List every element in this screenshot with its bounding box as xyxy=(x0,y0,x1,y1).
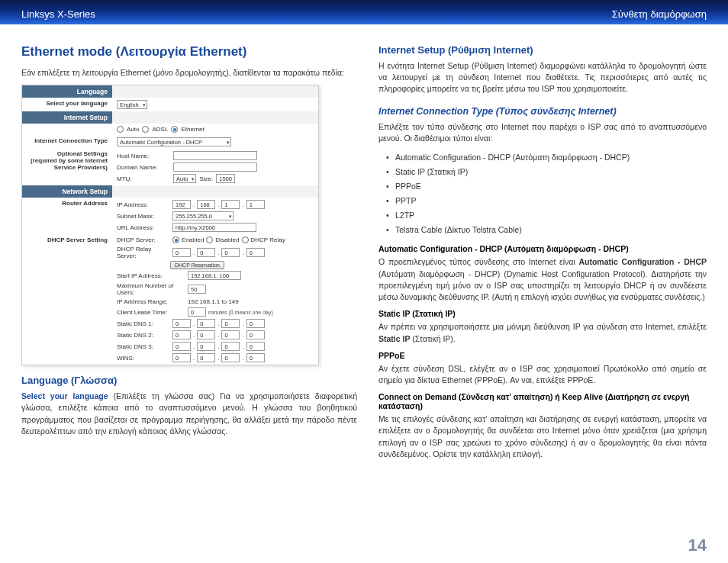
ict-intro: Επιλέξτε τον τύπο σύνδεσης στο Internet … xyxy=(378,121,707,144)
router-address-label: Router Address xyxy=(22,198,112,234)
wins-3[interactable]: 0 xyxy=(221,353,240,362)
lease-time-note: minutes (0 means one day) xyxy=(208,310,273,315)
ip-range-value: 192.168.1.1 to 149 xyxy=(188,298,239,305)
dns2-4[interactable]: 0 xyxy=(246,330,265,339)
connection-types-list: Automatic Configuration - DHCP (Αυτόματη… xyxy=(378,150,707,236)
type-item: PPTP xyxy=(395,194,707,208)
dns3-1[interactable]: 0 xyxy=(172,342,191,351)
ict-heading: Internet Connection Type (Τύπος σύνδεσης… xyxy=(378,106,707,117)
start-ip-input[interactable]: 192.168.1. 100 xyxy=(188,271,241,280)
static-ip-subheading: Static IP (Στατική IP) xyxy=(378,309,707,318)
dhcp-disabled-radio[interactable] xyxy=(206,236,213,243)
ict-select[interactable]: Automatic Configuration - DHCP xyxy=(117,137,231,146)
mode-adsl-label: ADSL xyxy=(152,126,168,133)
ethernet-mode-heading: Ethernet mode (Λειτουργία Ethernet) xyxy=(21,44,357,60)
wins-4[interactable]: 0 xyxy=(246,353,265,362)
language-lead: Select your language xyxy=(21,391,108,401)
ip-octet-3[interactable]: 1 xyxy=(221,200,240,209)
ip-range-label: IP Address Range: xyxy=(117,298,185,305)
dhcp-text-a: Ο προεπιλεγμένος τύπος σύνδεσης στο Inte… xyxy=(378,257,578,266)
start-ip-label: Start IP Address: xyxy=(117,272,185,279)
dns1-3[interactable]: 0 xyxy=(221,319,240,328)
type-item: Static IP (Στατική IP) xyxy=(395,165,707,179)
dns3-2[interactable]: 0 xyxy=(197,342,215,351)
relay-octet-4[interactable]: 0 xyxy=(246,248,265,257)
wins-1[interactable]: 0 xyxy=(172,353,191,362)
language-heading: Language (Γλώσσα) xyxy=(21,375,357,386)
subnet-mask-label: Subnet Mask: xyxy=(117,213,170,220)
ip-octet-1[interactable]: 192 xyxy=(172,200,191,209)
dns2-3[interactable]: 0 xyxy=(221,330,240,339)
dns1-2[interactable]: 0 xyxy=(197,319,215,328)
ethernet-mode-intro: Εάν επιλέξετε τη λειτουργία Ethernet (μό… xyxy=(21,67,357,79)
wins-label: WINS: xyxy=(117,355,170,362)
ip-octet-2[interactable]: 168 xyxy=(197,200,215,209)
relay-octet-2[interactable]: 0 xyxy=(197,248,215,257)
dhcp-enabled-label: Enabled xyxy=(182,236,204,243)
type-item: Telstra Cable (Δίκτυο Telstra Cable) xyxy=(395,223,707,237)
type-item: Automatic Configuration - DHCP (Αυτόματη… xyxy=(395,150,707,165)
mode-ethernet-radio[interactable] xyxy=(171,126,178,133)
dhcp-subheading: Automatic Configuration - DHCP (Αυτόματη… xyxy=(378,244,707,253)
subnet-mask-select[interactable]: 255.255.255.0 xyxy=(172,211,234,220)
dns3-label: Static DNS 3: xyxy=(117,343,170,350)
connect-on-demand-paragraph: Με τις επιλογές σύνδεσης κατ' απαίτηση κ… xyxy=(378,413,707,460)
dhcp-enabled-radio[interactable] xyxy=(172,236,179,243)
shot-optional-label: Optional Settings (required by some Inte… xyxy=(22,149,112,185)
dhcp-text-c: (Αυτόματη διαμόρφωση - DHCP) (Dynamic Ho… xyxy=(378,269,707,301)
shot-hdr-network: Network Setup xyxy=(22,185,112,198)
relay-octet-3[interactable]: 0 xyxy=(221,248,240,257)
dns2-2[interactable]: 0 xyxy=(197,330,215,339)
mtu-select[interactable]: Auto xyxy=(173,174,196,183)
host-name-input[interactable] xyxy=(173,151,257,160)
static-text-a: Αν πρέπει να χρησιμοποιήσετε μια μόνιμη … xyxy=(378,322,707,331)
language-paragraph: Select your language (Επιλέξτε τη γλώσσα… xyxy=(21,391,357,437)
connect-on-demand-subheading: Connect on Demand (Σύνδεση κατ' απαίτηση… xyxy=(378,392,707,410)
max-users-label: Maximum Number of Users: xyxy=(117,282,185,296)
config-screenshot: Language Select your language English In… xyxy=(21,85,319,365)
mtu-label: MTU: xyxy=(117,175,170,182)
dns3-3[interactable]: 0 xyxy=(221,342,240,351)
url-address-input[interactable]: http://my.X2000 xyxy=(172,223,256,232)
mode-adsl-radio[interactable] xyxy=(142,126,149,133)
host-name-label: Host Name: xyxy=(117,153,170,159)
dns1-4[interactable]: 0 xyxy=(246,319,265,328)
mode-auto-radio[interactable] xyxy=(117,126,124,133)
ip-octet-4[interactable]: 1 xyxy=(246,200,265,209)
left-column: Ethernet mode (Λειτουργία Ethernet) Εάν … xyxy=(21,44,357,466)
dhcp-paragraph: Ο προεπιλεγμένος τύπος σύνδεσης στο Inte… xyxy=(378,256,707,303)
page-number: 14 xyxy=(688,536,707,555)
mode-ethernet-label: Ethernet xyxy=(181,126,204,133)
dns1-1[interactable]: 0 xyxy=(172,319,191,328)
dhcp-disabled-label: Disabled xyxy=(215,236,239,243)
lease-time-label: Client Lease Time: xyxy=(117,309,185,316)
dhcp-relay-radio[interactable] xyxy=(242,236,249,243)
wins-2[interactable]: 0 xyxy=(197,353,215,362)
max-users-input[interactable]: 50 xyxy=(188,285,206,294)
dhcp-server-setting-label: DHCP Server Setting xyxy=(22,234,112,365)
pppoe-subheading: PPPoE xyxy=(378,351,707,360)
mode-auto-label: Auto xyxy=(127,126,139,133)
dns1-label: Static DNS 1: xyxy=(117,320,170,327)
dns2-label: Static DNS 2: xyxy=(117,332,170,339)
ip-address-label: IP Address: xyxy=(117,201,170,208)
topbar-left: Linksys X-Series xyxy=(21,8,95,20)
relay-octet-1[interactable]: 0 xyxy=(172,248,191,257)
shot-hdr-language: Language xyxy=(22,85,112,98)
lease-time-input[interactable]: 0 xyxy=(188,307,206,317)
language-select[interactable]: English xyxy=(117,100,147,109)
dhcp-relay-server-label: DHCP Relay Server: xyxy=(117,246,170,259)
shot-ict-label: Internet Connection Type xyxy=(22,135,112,149)
topbar: Linksys X-Series Σύνθετη διαμόρφωση xyxy=(0,0,728,24)
url-address-label: URL Address: xyxy=(117,224,170,231)
internet-setup-heading: Internet Setup (Ρύθμιση Internet) xyxy=(378,44,707,56)
topbar-right: Σύνθετη διαμόρφωση xyxy=(612,8,707,20)
dns2-1[interactable]: 0 xyxy=(172,330,191,339)
domain-name-input[interactable] xyxy=(173,162,257,172)
dns3-4[interactable]: 0 xyxy=(246,342,265,351)
shot-select-language-label: Select your language xyxy=(22,98,112,111)
dhcp-reservation-button[interactable]: DHCP Reservation xyxy=(170,261,224,269)
domain-name-label: Domain Name: xyxy=(117,164,170,171)
page-body: Ethernet mode (Λειτουργία Ethernet) Εάν … xyxy=(0,24,728,474)
mtu-size-input[interactable]: 1500 xyxy=(216,174,235,183)
